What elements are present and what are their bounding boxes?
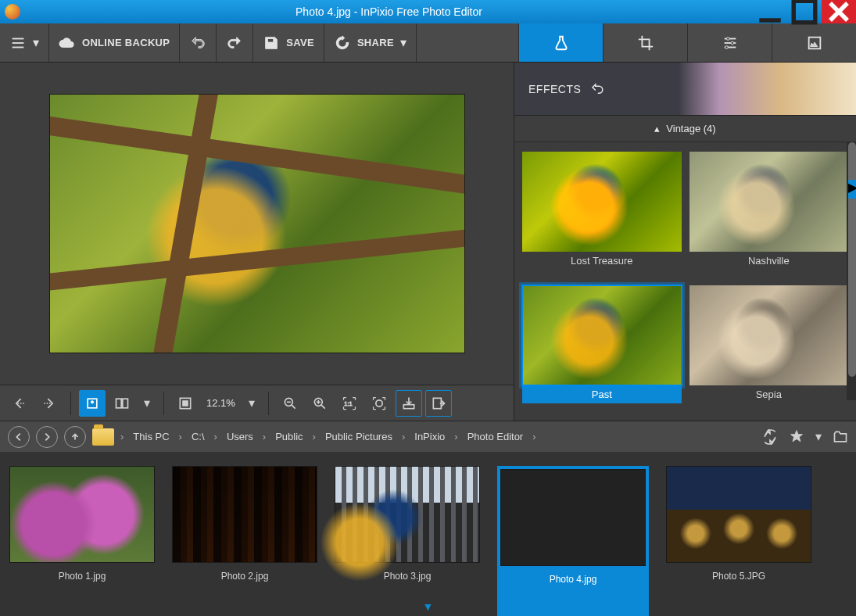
crumb-photo-editor[interactable]: Photo Editor bbox=[461, 428, 530, 446]
svg-text:1:1: 1:1 bbox=[344, 400, 352, 407]
svg-point-17 bbox=[91, 400, 93, 403]
crumb-public[interactable]: Public bbox=[269, 428, 309, 446]
flask-icon bbox=[553, 34, 570, 52]
effect-lost-treasure[interactable]: Lost Treasure bbox=[522, 152, 682, 278]
app-logo-icon bbox=[5, 4, 20, 20]
effect-label: Nashville bbox=[689, 252, 849, 270]
share-label: SHARE bbox=[357, 37, 394, 48]
share-button[interactable]: SHARE ▾ bbox=[324, 23, 417, 62]
tab-effects[interactable] bbox=[518, 23, 603, 62]
undo-button[interactable] bbox=[180, 23, 217, 62]
preview-image bbox=[50, 95, 464, 353]
crumb-public-pictures[interactable]: Public Pictures bbox=[319, 428, 399, 446]
panel-expand-handle[interactable]: ▶ bbox=[848, 180, 856, 199]
window-title: Photo 4.jpg - InPixio Free Photo Editor bbox=[25, 5, 753, 18]
zoom-region-button[interactable] bbox=[366, 390, 392, 417]
frame-icon bbox=[806, 34, 823, 52]
zoom-value: 12.1% bbox=[202, 397, 240, 409]
nav-up-button[interactable] bbox=[64, 426, 86, 448]
crumb-users[interactable]: Users bbox=[220, 428, 260, 446]
filmstrip-thumbnail bbox=[666, 466, 811, 563]
effects-panel: EFFECTS ▴ Vintage (4) Lost Treasure Nash… bbox=[514, 63, 856, 421]
effect-thumbnail bbox=[522, 285, 682, 385]
effects-group-label: Vintage (4) bbox=[666, 123, 715, 134]
main-toolbar: ▾ ONLINE BACKUP SAVE SHARE ▾ bbox=[0, 23, 856, 63]
favorite-icon[interactable] bbox=[789, 429, 804, 445]
redo-button[interactable] bbox=[217, 23, 253, 62]
nav-forward-button[interactable] bbox=[36, 426, 58, 448]
zoom-out-button[interactable] bbox=[277, 390, 303, 417]
svg-line-26 bbox=[321, 404, 325, 408]
online-backup-label: ONLINE BACKUP bbox=[82, 37, 170, 48]
effects-header-label: EFFECTS bbox=[528, 83, 581, 95]
open-folder-icon[interactable] bbox=[833, 429, 848, 445]
canvas-area[interactable] bbox=[0, 63, 514, 385]
maximize-button[interactable] bbox=[787, 0, 822, 23]
effect-thumbnail bbox=[522, 152, 682, 252]
path-bar: ›This PC ›C:\ ›Users ›Public ›Public Pic… bbox=[0, 421, 856, 452]
filmstrip-item-4[interactable]: Photo 4.jpg bbox=[497, 466, 649, 616]
svg-point-30 bbox=[376, 399, 382, 406]
filmstrip-collapse-icon[interactable]: ▼ bbox=[423, 600, 434, 613]
share-icon bbox=[334, 34, 351, 52]
side-tabs bbox=[518, 23, 856, 62]
zoom-in-button[interactable] bbox=[306, 390, 333, 417]
crumb-this-pc[interactable]: This PC bbox=[127, 428, 175, 446]
view-mode-dropdown[interactable]: ▾ bbox=[138, 396, 156, 410]
effect-label: Sepia bbox=[689, 385, 849, 403]
svg-rect-19 bbox=[123, 399, 128, 408]
svg-rect-18 bbox=[116, 399, 122, 408]
view-controls: ▾ 12.1% ▾ 1:1 bbox=[0, 385, 514, 421]
svg-line-23 bbox=[292, 404, 295, 408]
effect-thumbnail bbox=[689, 152, 849, 252]
effect-nashville[interactable]: Nashville bbox=[689, 152, 849, 278]
fit-button[interactable] bbox=[172, 390, 199, 417]
effect-sepia[interactable]: Sepia bbox=[689, 285, 849, 411]
svg-rect-21 bbox=[183, 400, 188, 406]
single-view-button[interactable] bbox=[79, 390, 106, 417]
save-button[interactable]: SAVE bbox=[253, 23, 324, 62]
close-button[interactable] bbox=[822, 0, 856, 23]
crumb-drive[interactable]: C:\ bbox=[185, 428, 211, 446]
zoom-100-button[interactable]: 1:1 bbox=[336, 390, 363, 417]
save-label: SAVE bbox=[286, 37, 314, 48]
effect-thumbnail bbox=[689, 285, 849, 385]
effect-label: Lost Treasure bbox=[522, 252, 682, 270]
save-icon bbox=[263, 34, 280, 52]
redo-icon bbox=[226, 34, 243, 52]
crumb-inpixio[interactable]: InPixio bbox=[408, 428, 451, 446]
filmstrip-thumbnail bbox=[500, 469, 646, 566]
svg-rect-31 bbox=[403, 404, 414, 408]
export-button[interactable] bbox=[425, 390, 452, 417]
minimize-button[interactable] bbox=[753, 0, 787, 23]
tab-frame[interactable] bbox=[772, 23, 856, 62]
undo-icon[interactable] bbox=[590, 82, 604, 96]
chevron-down-icon: ▾ bbox=[33, 35, 39, 50]
prev-button[interactable] bbox=[6, 390, 33, 417]
tab-crop[interactable] bbox=[603, 23, 687, 62]
svg-point-8 bbox=[726, 37, 729, 40]
svg-point-12 bbox=[725, 45, 728, 48]
sliders-icon bbox=[722, 34, 739, 52]
chevron-down-icon[interactable]: ▾ bbox=[815, 429, 822, 444]
effects-group-header[interactable]: ▴ Vintage (4) bbox=[514, 116, 856, 142]
effects-header: EFFECTS bbox=[514, 63, 856, 116]
zoom-dropdown[interactable]: ▾ bbox=[243, 396, 260, 410]
effect-label: Past bbox=[522, 385, 682, 403]
menu-button[interactable]: ▾ bbox=[0, 23, 49, 62]
next-button[interactable] bbox=[36, 390, 63, 417]
refresh-icon[interactable] bbox=[762, 429, 778, 445]
breadcrumb: ›This PC ›C:\ ›Users ›Public ›Public Pic… bbox=[120, 428, 756, 446]
online-backup-button[interactable]: ONLINE BACKUP bbox=[49, 23, 180, 62]
effect-past[interactable]: Past bbox=[522, 285, 682, 411]
tab-adjust[interactable] bbox=[687, 23, 772, 62]
folder-icon bbox=[92, 428, 114, 446]
crop-icon bbox=[637, 34, 654, 52]
chevron-up-icon: ▴ bbox=[654, 123, 660, 134]
import-button[interactable] bbox=[396, 390, 422, 417]
chevron-down-icon: ▾ bbox=[400, 35, 407, 50]
svg-rect-1 bbox=[793, 1, 815, 23]
nav-back-button[interactable] bbox=[8, 426, 30, 448]
compare-view-button[interactable] bbox=[109, 390, 135, 417]
filmstrip: Photo 1.jpg Photo 2.jpg Photo 3.jpg Phot… bbox=[0, 452, 856, 616]
